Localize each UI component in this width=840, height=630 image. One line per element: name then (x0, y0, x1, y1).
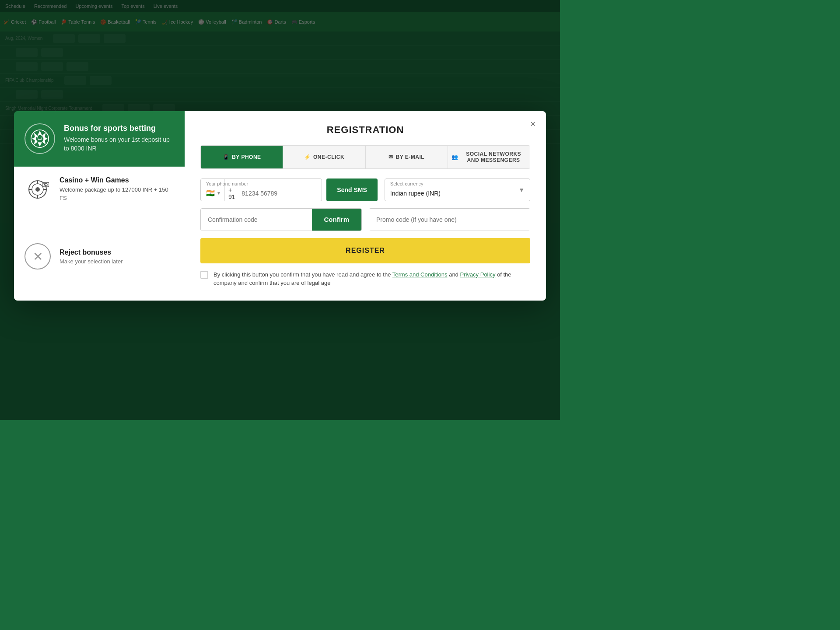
social-tab-label: SOCIAL NETWORKS AND MESSENGERS (461, 151, 526, 163)
promo-field-wrapper (369, 208, 530, 231)
country-flag: 🇮🇳 (206, 189, 215, 197)
confirmation-promo-row: Confirm (200, 208, 530, 231)
tab-one-click[interactable]: ⚡ ONE-CLICK (283, 146, 365, 168)
bonus-panel: Bonus for sports betting Welcome bonus o… (14, 111, 185, 301)
tab-social[interactable]: 👥 SOCIAL NETWORKS AND MESSENGERS (448, 146, 530, 168)
privacy-policy-link[interactable]: Privacy Policy (460, 271, 495, 278)
sports-bonus-desc: Welcome bonus on your 1st deposit up to … (64, 136, 174, 153)
tab-by-email[interactable]: ✉ BY E-MAIL (366, 146, 448, 168)
casino-bonus-title: Casino + Win Games (60, 176, 174, 184)
sports-bonus-item[interactable]: Bonus for sports betting Welcome bonus o… (14, 111, 185, 167)
registration-tabs: 📱 BY PHONE ⚡ ONE-CLICK ✉ BY E-MAIL 👥 SOC… (200, 145, 530, 169)
reject-bonus-title: Reject bonuses (60, 248, 123, 256)
registration-panel: × REGISTRATION 📱 BY PHONE ⚡ ONE-CLICK ✉ … (185, 111, 546, 301)
phone-field-wrapper: Your phone number 🇮🇳 ▼ + 91 (200, 178, 322, 201)
casino-bonus-text: Casino + Win Games Welcome package up to… (60, 176, 174, 202)
reject-bonus-item[interactable]: ✕ Reject bonuses Make your selection lat… (14, 213, 185, 301)
oneclick-tab-icon: ⚡ (304, 154, 311, 160)
casino-bonus-item[interactable]: Casino + Win Games Welcome package up to… (14, 167, 185, 213)
svg-point-16 (35, 187, 40, 192)
register-button[interactable]: REGISTER (200, 238, 530, 263)
send-sms-button[interactable]: Send SMS (326, 178, 377, 201)
oneclick-tab-label: ONE-CLICK (313, 154, 344, 160)
sports-bonus-title: Bonus for sports betting (64, 124, 174, 133)
sports-bonus-text: Bonus for sports betting Welcome bonus o… (64, 124, 174, 153)
modal-overlay: Bonus for sports betting Welcome bonus o… (0, 0, 560, 420)
email-tab-icon: ✉ (388, 154, 393, 160)
tab-by-phone[interactable]: 📱 BY PHONE (201, 146, 283, 168)
reject-icon: ✕ (24, 243, 51, 270)
terms-row: By clicking this button you confirm that… (200, 270, 530, 287)
terms-checkbox[interactable] (200, 271, 208, 279)
promo-input[interactable] (369, 209, 530, 231)
terms-and-conditions-link[interactable]: Terms and Conditions (392, 271, 448, 278)
confirm-button[interactable]: Confirm (312, 209, 362, 231)
svg-marker-2 (38, 142, 42, 146)
soccer-ball-icon (24, 123, 55, 154)
casino-bonus-desc: Welcome package up to 127000 INR + 150 F… (60, 186, 174, 202)
registration-title: REGISTRATION (200, 124, 530, 136)
terms-text: By clicking this button you confirm that… (214, 270, 530, 287)
currency-field-wrapper: Select currency Indian rupee (INR) USD E… (385, 178, 530, 201)
casino-chips-icon (24, 176, 51, 203)
reject-bonus-text: Reject bonuses Make your selection later (60, 248, 123, 265)
phone-input[interactable] (240, 179, 322, 201)
close-button[interactable]: × (527, 118, 539, 130)
phone-tab-label: BY PHONE (232, 154, 261, 160)
confirmation-input[interactable] (201, 209, 312, 231)
registration-modal: Bonus for sports betting Welcome bonus o… (14, 111, 546, 301)
phone-prefix: + 91 (225, 177, 240, 203)
email-tab-label: BY E-MAIL (396, 154, 425, 160)
phone-label: Your phone number (206, 181, 248, 186)
social-tab-icon: 👥 (452, 154, 458, 160)
phone-tab-icon: 📱 (223, 154, 230, 160)
phone-currency-row: Your phone number 🇮🇳 ▼ + 91 Send SMS Sel… (200, 178, 530, 201)
currency-label: Select currency (390, 181, 424, 186)
country-chevron-icon: ▼ (217, 191, 221, 196)
confirmation-field-wrapper: Confirm (200, 208, 362, 231)
reject-bonus-desc: Make your selection later (60, 258, 123, 265)
